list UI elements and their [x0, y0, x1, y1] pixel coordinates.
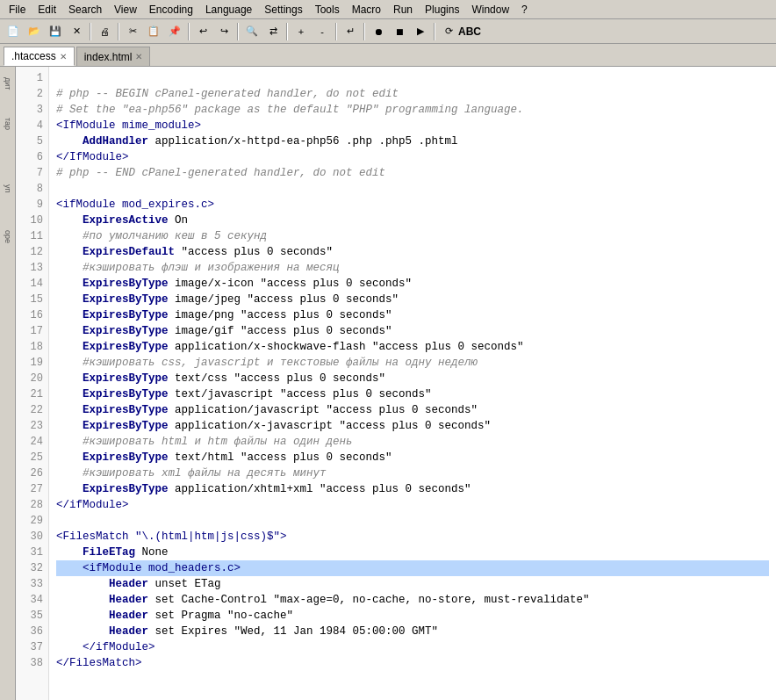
code-line-23: ExpiresByType application/x-javascript "…	[56, 418, 769, 434]
code-line-13: #кэшировать флэш и изображения на месяц	[56, 260, 769, 276]
menu-file[interactable]: File	[4, 2, 31, 18]
sep5	[286, 23, 288, 40]
line-number-22: 22	[16, 402, 48, 418]
line-number-18: 18	[16, 339, 48, 355]
side-panel-label3: уп	[4, 184, 12, 192]
menu-window[interactable]: Window	[466, 2, 514, 18]
tab-index-html-close[interactable]: ✕	[135, 52, 142, 61]
code-line-29	[56, 513, 769, 529]
zoom-out-button[interactable]: -	[313, 22, 332, 41]
code-line-38: </FilesMatch>	[56, 655, 769, 671]
line-number-35: 35	[16, 608, 48, 624]
code-line-34: Header set Cache-Control "max-age=0, no-…	[56, 592, 769, 608]
spell-button[interactable]: ABC	[460, 22, 479, 41]
code-line-3: # Set the "ea-php56" package as the defa…	[56, 102, 769, 118]
paste-button[interactable]: 📌	[165, 22, 184, 41]
line-number-14: 14	[16, 276, 48, 292]
line-number-31: 31	[16, 545, 48, 560]
line-number-33: 33	[16, 576, 48, 592]
line-number-16: 16	[16, 307, 48, 323]
copy-button[interactable]: 📋	[144, 22, 163, 41]
line-number-13: 13	[16, 260, 48, 276]
cut-button[interactable]: ✂	[123, 22, 142, 41]
line-number-7: 7	[16, 165, 48, 181]
macro-record-button[interactable]: ⏺	[369, 22, 388, 41]
menu-language[interactable]: Language	[200, 2, 257, 18]
new-button[interactable]: 📄	[4, 22, 23, 41]
line-number-6: 6	[16, 149, 48, 165]
side-panel: дит тар уп оре	[0, 67, 16, 700]
replace-button[interactable]: ⇄	[263, 22, 283, 41]
menu-search[interactable]: Search	[63, 2, 107, 18]
line-number-23: 23	[16, 418, 48, 434]
line-number-26: 26	[16, 465, 48, 481]
redo-button[interactable]: ↪	[214, 22, 234, 41]
code-line-25: ExpiresByType text/html "access plus 0 s…	[56, 450, 769, 465]
menu-edit[interactable]: Edit	[32, 2, 61, 18]
code-line-8	[56, 181, 769, 197]
print-button[interactable]: 🖨	[95, 22, 114, 41]
line-number-11: 11	[16, 228, 48, 244]
code-editor[interactable]: # php -- BEGIN cPanel-generated handler,…	[49, 67, 776, 700]
menu-settings[interactable]: Settings	[259, 2, 307, 18]
macro-stop-button[interactable]: ⏹	[390, 22, 409, 41]
line-number-19: 19	[16, 355, 48, 371]
zoom-in-button[interactable]: +	[291, 22, 311, 41]
tab-index-html-label: index.html	[84, 51, 133, 63]
side-panel-label: дит	[4, 77, 12, 90]
line-numbers: 1234567891011121314151617181920212223242…	[16, 67, 49, 700]
code-line-31: FileETag None	[56, 545, 769, 560]
line-number-9: 9	[16, 197, 48, 213]
code-line-33: Header unset ETag	[56, 576, 769, 592]
line-number-5: 5	[16, 134, 48, 149]
code-line-35: Header set Pragma "no-cache"	[56, 608, 769, 624]
line-number-3: 3	[16, 102, 48, 118]
sep4	[237, 23, 239, 40]
menu-view[interactable]: View	[109, 2, 142, 18]
line-number-37: 37	[16, 639, 48, 655]
line-number-38: 38	[16, 655, 48, 671]
tab-htaccess-close[interactable]: ✕	[60, 52, 67, 61]
line-number-24: 24	[16, 434, 48, 450]
tab-htaccess-label: .htaccess	[11, 50, 56, 62]
close-button[interactable]: ✕	[67, 22, 86, 41]
macro-play-button[interactable]: ▶	[411, 22, 430, 41]
code-line-36: Header set Expires "Wed, 11 Jan 1984 05:…	[56, 624, 769, 639]
sep3	[188, 23, 190, 40]
find-button[interactable]: 🔍	[242, 22, 262, 41]
code-line-22: ExpiresByType application/javascript "ac…	[56, 402, 769, 418]
menu-encoding[interactable]: Encoding	[144, 2, 198, 18]
code-line-16: ExpiresByType image/png "access plus 0 s…	[56, 307, 769, 323]
code-line-2: # php -- BEGIN cPanel-generated handler,…	[56, 86, 769, 102]
code-line-27: ExpiresByType application/xhtml+xml "acc…	[56, 481, 769, 497]
code-line-12: ExpiresDefault "access plus 0 seconds"	[56, 244, 769, 260]
menubar: File Edit Search View Encoding Language …	[0, 0, 776, 19]
open-button[interactable]: 📂	[25, 22, 44, 41]
sep1	[90, 23, 91, 40]
code-line-28: </ifModule>	[56, 497, 769, 513]
menu-plugins[interactable]: Plugins	[420, 2, 464, 18]
line-number-25: 25	[16, 450, 48, 465]
line-number-30: 30	[16, 529, 48, 545]
side-panel-label2: тар	[4, 118, 12, 130]
menu-run[interactable]: Run	[388, 2, 418, 18]
menu-help[interactable]: ?	[516, 2, 533, 18]
save-button[interactable]: 💾	[46, 22, 65, 41]
line-number-36: 36	[16, 624, 48, 639]
line-number-32: 32	[16, 560, 48, 576]
line-number-27: 27	[16, 481, 48, 497]
line-number-1: 1	[16, 70, 48, 86]
editor-container: дит тар уп оре 1234567891011121314151617…	[0, 67, 776, 700]
wordwrap-button[interactable]: ↵	[341, 22, 360, 41]
menu-tools[interactable]: Tools	[310, 2, 345, 18]
code-line-20: ExpiresByType text/css "access plus 0 se…	[56, 371, 769, 386]
menu-macro[interactable]: Macro	[347, 2, 386, 18]
code-line-10: ExpiresActive On	[56, 213, 769, 228]
undo-button[interactable]: ↩	[193, 22, 212, 41]
sep2	[118, 23, 119, 40]
tab-htaccess[interactable]: .htaccess ✕	[4, 47, 75, 66]
code-line-30: <FilesMatch "\.(html|htm|js|css)$">	[56, 529, 769, 545]
tab-index-html[interactable]: index.html ✕	[76, 47, 151, 66]
sync-button[interactable]: ⟳	[439, 22, 458, 41]
side-panel-label4: оре	[4, 230, 12, 243]
